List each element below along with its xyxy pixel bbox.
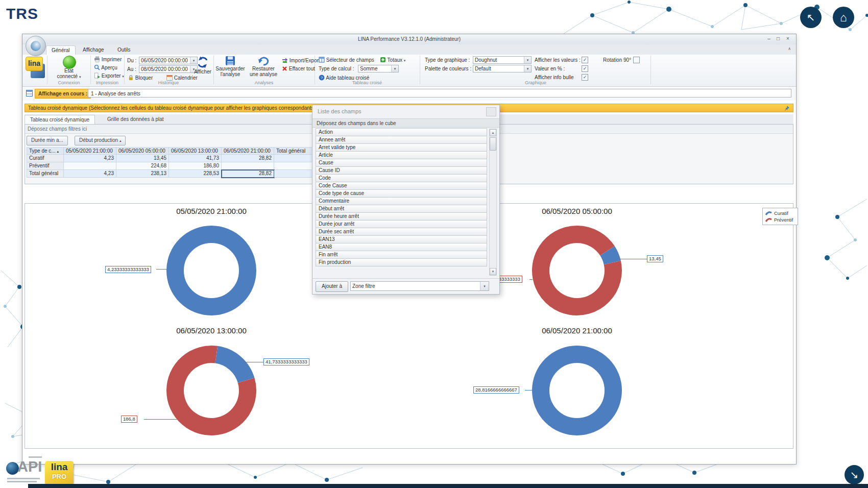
afficher-valeurs-label: Afficher les valeurs : [535,57,581,63]
date-to-input[interactable]: 08/05/2020 00:00:00▾ [139,65,198,73]
pivot-cell[interactable]: 41,73 [169,155,222,162]
column-header[interactable]: 05/05/2020 21:00:00 [64,147,116,155]
bottom-bar [28,484,868,488]
close-button[interactable]: × [783,35,792,42]
pivot-cell[interactable]: 224,68 [116,162,169,170]
add-target-select[interactable]: Zone filtre ▾ [350,281,489,291]
doughnut-chart-3[interactable] [160,339,262,442]
type-graphique-select[interactable]: Doughnut▾ [473,56,532,64]
panel-close-button[interactable] [486,107,496,116]
scroll-down-button[interactable]: ▼ [490,268,496,275]
field-item[interactable]: Fin arrêt [316,251,487,259]
field-item[interactable]: Code [316,174,487,182]
data-label: 41,7333333333333 [263,358,309,365]
pin-icon[interactable] [784,105,790,112]
scrollbar-thumb[interactable] [490,137,496,151]
field-item[interactable]: EAN8 [316,243,487,251]
pivot-cell[interactable]: 4,23 [64,170,116,178]
maximize-button[interactable]: □ [774,35,783,42]
minimize-button[interactable]: – [764,35,774,42]
field-item[interactable]: Action [316,128,487,136]
pivot-cell[interactable]: 4,23 [64,155,116,162]
doughnut-chart-2[interactable] [526,219,628,322]
field-item[interactable]: Annee arrêt [316,136,487,144]
tab-affichage[interactable]: Affichage [78,45,109,54]
nav-down-right-button[interactable]: ↘ [845,465,864,484]
valeur-pct-checkbox[interactable]: ✓ [582,65,588,72]
afficher-valeurs-checkbox[interactable]: ✓ [582,57,588,63]
pivot-cell[interactable]: 186,80 [169,162,222,170]
nav-up-left-button[interactable]: ↖ [800,7,822,28]
field-list: Action Annee arrêt Arret valide type Art… [316,129,487,276]
row-field-header[interactable]: Type de c... ▴ [27,147,64,155]
afficher-button[interactable]: Afficher [191,56,214,75]
rotation-checkbox[interactable] [633,57,640,63]
column-header[interactable]: 06/05/2020 13:00:00 [169,147,222,155]
apercu-button[interactable]: Aperçu [94,64,117,70]
pivot-cell[interactable]: 238,13 [116,170,169,178]
ajouter-a-button[interactable]: Ajouter à [316,281,348,292]
field-item[interactable]: Arret valide type [316,143,487,152]
field-item[interactable]: EAN13 [316,235,487,243]
field-item[interactable]: Durée heure arrêt [316,212,487,221]
export-icon [94,72,100,79]
field-item[interactable]: Code type de cause [316,189,487,198]
field-list-scrollbar[interactable]: ▲ ▼ [489,129,497,276]
doughnut-chart-4[interactable] [526,339,628,442]
field-item[interactable]: Code Cause [316,182,487,190]
imprimer-button[interactable]: Imprimer [94,56,122,62]
connection-status-icon[interactable] [63,56,76,69]
ribbon-tab-strip: Général Affichage Outils ∧ [22,44,796,55]
pivot-cell[interactable]: 28,82 [222,155,274,162]
etat-connecte-button[interactable]: Etat connecté ▾ [48,68,90,79]
tab-grille-donnees-plat[interactable]: Grille des données à plat [102,115,169,124]
field-item[interactable]: Article [316,151,487,159]
pivot-cell[interactable]: 228,53 [169,170,222,178]
field-item[interactable]: Durée jour arrêt [316,220,487,228]
scroll-up-button[interactable]: ▲ [490,129,496,136]
effacer-tout-button[interactable]: Effacer tout [282,66,315,71]
date-from-input[interactable]: 06/05/2020 00:00:00▾ [139,57,198,64]
pivot-row-curatif: Curatif 4,23 13,45 41,73 28,82 [27,155,325,162]
pivot-cell-selected[interactable]: 28,82 [222,170,274,178]
current-view-input[interactable]: 1 - Analyse des arrêts [88,89,791,97]
column-header[interactable]: 06/05/2020 05:00:00 [116,147,169,155]
field-item[interactable]: Fin production [316,258,487,266]
field-button-debut-production[interactable]: Début production ▴ [75,136,126,145]
sauvegarder-analyse-button[interactable]: Sauvegarder l'analyse [214,56,246,77]
row-header[interactable]: Préventif [27,162,64,170]
data-label: 186,8 [121,416,137,423]
type-calcul-select[interactable]: Somme▾ [358,65,399,72]
callout-line [525,390,532,391]
selecteur-champs-button[interactable]: Sélecteur de champs [319,57,374,63]
totaux-button[interactable]: Totaux ▾ [380,57,405,63]
current-view-row: Affichage en cours : 1 - Analyse des arr… [22,87,796,101]
doughnut-chart-1[interactable] [160,219,262,322]
dropdown-caret-icon: ▾ [524,57,531,63]
application-orb-button[interactable] [26,36,46,56]
pivot-cell[interactable]: 13,45 [116,155,169,162]
row-header[interactable]: Total général [27,170,64,178]
pivot-cell[interactable] [222,162,274,170]
totals-icon [380,57,386,63]
nav-home-button[interactable]: ⌂ [833,7,854,28]
tab-outils[interactable]: Outils [112,45,136,54]
exporter-button[interactable]: Exporter ▾ [94,72,124,79]
tab-general[interactable]: Général [46,45,76,55]
palette-couleurs-select[interactable]: Default▾ [473,65,532,72]
row-header[interactable]: Curatif [27,155,64,162]
import-export-button[interactable]: Import/Export ▾ [282,57,323,63]
dropdown-caret-icon: ▾ [122,75,124,78]
field-button-duree-min[interactable]: Durée min a... [27,136,68,145]
pivot-cell[interactable] [64,162,116,170]
field-item[interactable]: Commentaire [316,197,487,205]
tab-tableau-croise-dynamique[interactable]: Tableau croisé dynamique [25,115,95,124]
column-header[interactable]: 06/05/2020 21:00:00 [222,147,274,155]
field-item[interactable]: Début arrêt [316,205,487,213]
au-label: Au : [127,66,136,72]
field-item[interactable]: Cause ID [316,166,487,175]
restaurer-analyse-button[interactable]: Restaurer une analyse [247,56,280,77]
collapse-ribbon-icon[interactable]: ∧ [788,46,791,51]
field-item[interactable]: Durée sec arrêt [316,228,487,236]
field-item[interactable]: Cause [316,159,487,167]
